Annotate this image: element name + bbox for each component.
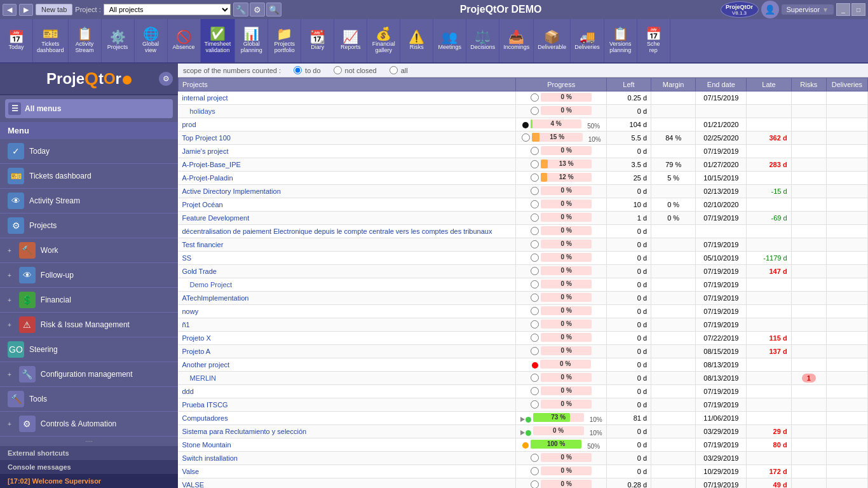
sidebar-item-tickets[interactable]: 🎫 Tickets dashboard (0, 164, 178, 189)
all-radio[interactable] (390, 66, 398, 74)
tools-icon-btn[interactable]: 🔧 (233, 3, 248, 17)
table-row[interactable]: Switch installation 0 % 0 d 03/29/2019 (179, 452, 868, 465)
project-name-cell[interactable]: A-Projet-Base_IPE (179, 158, 516, 172)
all-menus-button[interactable]: ☰ All menus (5, 99, 173, 118)
sidebar-item-risk[interactable]: + ⚠ Risk & Issue Management (0, 313, 178, 337)
toolbar-timesheet[interactable]: ✅ Timesheetvalidation (201, 19, 236, 62)
toolbar-global-planning[interactable]: 📊 Globalplanning (235, 19, 268, 62)
project-select[interactable]: All projects (104, 4, 231, 15)
table-row[interactable]: Computadores 73 % 10% 81 d 11/06/2019 (179, 412, 868, 425)
project-name-cell[interactable]: Feature Development (179, 212, 516, 225)
table-row[interactable]: Valse 0 % 0 d 10/29/2019 172 d (179, 465, 868, 478)
project-name-cell[interactable]: ATechImplementation (179, 292, 516, 305)
table-row[interactable]: nowy 0 % 0 d 07/19/2019 (179, 305, 868, 318)
new-tab-button[interactable]: New tab (36, 4, 72, 15)
table-row[interactable]: A-Projet-Base_IPE 13 % 3.5 d 79 % 01/27/… (179, 158, 868, 172)
table-row[interactable]: holidays 0 % 0 d (179, 105, 868, 118)
table-row[interactable]: MERLIN 0 % 0 d 08/13/2019 1 (179, 372, 868, 385)
toolbar-tickets[interactable]: 🎫 Ticketsdashboard (33, 19, 69, 62)
project-name-cell[interactable]: Jamie's project (179, 145, 516, 158)
project-name-cell[interactable]: Gold Trade (179, 265, 516, 278)
project-name-cell[interactable]: holidays (179, 105, 516, 118)
table-row[interactable]: ñ1 0 % 0 d 07/19/2019 (179, 318, 868, 332)
toolbar-decisions[interactable]: ⚖️ Decisions (466, 19, 499, 62)
project-name-cell[interactable]: Test financier (179, 238, 516, 252)
toolbar-global-view[interactable]: 🌐 Globalview (135, 19, 168, 62)
toolbar-deliverable[interactable]: 📦 Deliverable (534, 19, 571, 62)
sidebar-settings-icon[interactable]: ⚙ (159, 72, 173, 86)
project-name-cell[interactable]: Stone Mountain (179, 438, 516, 452)
table-row[interactable]: Test financier 0 % 0 d 07/19/2019 (179, 238, 868, 252)
toolbar-deliveries[interactable]: 🚚 Deliveries (571, 19, 604, 62)
toolbar-projects[interactable]: ⚙️ Projects (102, 19, 135, 62)
toolbar-schedule[interactable]: 📅 Scherep (637, 19, 670, 62)
project-name-cell[interactable]: Valse (179, 465, 516, 478)
sidebar-item-config[interactable]: + 🔧 Configuration management (0, 362, 178, 387)
table-row[interactable]: Projeto X 0 % 0 d 07/22/2019 115 d (179, 332, 868, 345)
toolbar-activity[interactable]: 📋 ActivityStream (69, 19, 102, 62)
project-name-cell[interactable]: Another project (179, 358, 516, 372)
table-row[interactable]: ddd 0 % 0 d 07/19/2019 (179, 385, 868, 398)
toolbar-versions[interactable]: 📋 Versionsplanning (604, 19, 637, 62)
project-name-cell[interactable]: ddd (179, 385, 516, 398)
project-name-cell[interactable]: Top Project 100 (179, 132, 516, 145)
sidebar-item-activity[interactable]: 👁 Activity Stream (0, 189, 178, 214)
project-name-cell[interactable]: Computadores (179, 412, 516, 425)
project-name-cell[interactable]: Switch installation (179, 452, 516, 465)
toolbar-meetings[interactable]: 👥 Meetings (433, 19, 466, 62)
project-name-cell[interactable]: décentralisation de paiement Electroniqu… (179, 225, 516, 238)
project-name-cell[interactable]: Projeto A (179, 345, 516, 358)
project-name-cell[interactable]: Projeto X (179, 332, 516, 345)
toolbar-portfolio[interactable]: 📁 Projectsportfolio (268, 19, 301, 62)
table-row[interactable]: SS 0 % 0 d 05/10/2019 -1179 d (179, 252, 868, 265)
table-row[interactable]: Stone Mountain 100 % 50% 0 d 07/19/2019 … (179, 438, 868, 452)
table-row[interactable]: internal project 0 % 0.25 d 07/15/2019 (179, 92, 868, 105)
table-row[interactable]: Gold Trade 0 % 0 d 07/19/2019 147 d (179, 265, 868, 278)
search-icon-btn[interactable]: 🔍 (266, 3, 281, 17)
table-row[interactable]: ATechImplementation 0 % 0 d 07/19/2019 (179, 292, 868, 305)
table-row[interactable]: décentralisation de paiement Electroniqu… (179, 225, 868, 238)
project-name-cell[interactable]: MERLIN (179, 372, 516, 385)
sidebar-item-steering[interactable]: GO Steering (0, 337, 178, 362)
project-name-cell[interactable]: Demo Project (179, 278, 516, 292)
toolbar-risks[interactable]: ⚠️ Risks (400, 19, 433, 62)
settings-icon-btn[interactable]: ⚙ (250, 3, 265, 17)
not-closed-radio[interactable] (334, 66, 342, 74)
sidebar-item-financial[interactable]: + 💲 Financial (0, 288, 178, 313)
table-row[interactable]: Projet Océan 0 % 10 d 0 % 02/10/2020 (179, 198, 868, 212)
table-row[interactable]: Another project 0 % 0 d 08/13/2019 (179, 358, 868, 372)
table-row[interactable]: Sistema para Reclutamiento y selección 0… (179, 425, 868, 438)
table-row[interactable]: Top Project 100 15 % 10% 5.5 d 84 % 02/2… (179, 132, 868, 145)
table-row[interactable]: Demo Project 0 % 0 d 07/19/2019 (179, 278, 868, 292)
sidebar-item-projects[interactable]: ⚙ Projects (0, 214, 178, 238)
project-name-cell[interactable]: Projet Océan (179, 198, 516, 212)
back-button[interactable]: ◀ (3, 4, 17, 16)
toolbar-incomings[interactable]: 📥 Incomings (499, 19, 534, 62)
project-name-cell[interactable]: prod (179, 118, 516, 132)
user-dropdown-icon[interactable]: ▼ (822, 6, 829, 13)
project-name-cell[interactable]: internal project (179, 92, 516, 105)
table-row[interactable]: A-Projet-Paladin 12 % 25 d 5 % 10/15/201… (179, 172, 868, 185)
table-row[interactable]: Projeto A 0 % 0 d 08/15/2019 137 d (179, 345, 868, 358)
table-row[interactable]: Active Directory Implementation 0 % 0 d … (179, 185, 868, 198)
project-name-cell[interactable]: Prueba ITSCG (179, 398, 516, 412)
project-name-cell[interactable]: A-Projet-Paladin (179, 172, 516, 185)
table-row[interactable]: Prueba ITSCG 0 % 0 d 07/19/2019 (179, 398, 868, 412)
todo-radio[interactable] (294, 66, 302, 74)
sidebar-item-followup[interactable]: + 👁 Follow-up (0, 263, 178, 288)
project-name-cell[interactable]: Sistema para Reclutamiento y selección (179, 425, 516, 438)
table-row[interactable]: Jamie's project 0 % 0 d 07/19/2019 (179, 145, 868, 158)
toolbar-today[interactable]: 📅 Today (0, 19, 33, 62)
project-name-cell[interactable]: nowy (179, 305, 516, 318)
sidebar-item-work[interactable]: + 🔨 Work (0, 238, 178, 263)
sidebar-item-today[interactable]: ✓ Today (0, 139, 178, 164)
toolbar-absence[interactable]: 🚫 Absence (168, 19, 201, 62)
project-name-cell[interactable]: VALSE (179, 478, 516, 489)
table-row[interactable]: Feature Development 0 % 1 d 0 % 07/19/20… (179, 212, 868, 225)
maximize-button[interactable]: □ (851, 3, 865, 16)
project-name-cell[interactable]: Active Directory Implementation (179, 185, 516, 198)
table-row[interactable]: VALSE 0 % 0.28 d 07/19/2019 49 d (179, 478, 868, 489)
project-name-cell[interactable]: SS (179, 252, 516, 265)
toolbar-reports[interactable]: 📈 Reports (334, 19, 367, 62)
toolbar-financial[interactable]: 💰 Financialgallery (367, 19, 400, 62)
